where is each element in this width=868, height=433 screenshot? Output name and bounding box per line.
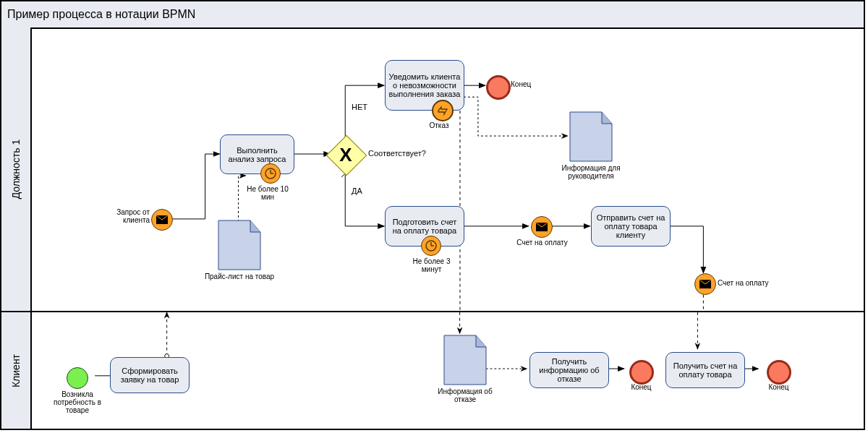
task-analyze: Выполнить анализ запроса — [220, 134, 294, 174]
pool: Должность 1 — [1, 27, 864, 429]
gateway-yes: ДA — [352, 187, 362, 195]
timer-event-1-label: Не более 10 мин — [246, 185, 289, 201]
lane-header-role1: Должность 1 — [1, 27, 32, 311]
end-event-2-label: Конец — [625, 383, 658, 391]
timer-event-2-label: Не более 3 минут — [408, 257, 455, 273]
lane-role1: Должность 1 — [1, 27, 864, 311]
message-event-request-label: Запрос от клиента — [92, 208, 150, 224]
end-event-1-label: Конец — [511, 80, 547, 88]
task-receive-refusal: Получить информацию об отказе — [529, 352, 609, 388]
clock-icon — [425, 240, 437, 252]
cancel-event — [432, 100, 454, 121]
start-event-label: Возникла потребность в товаре — [45, 390, 110, 414]
diagram-frame: Пример процесса в нотации BPMN Должность… — [0, 0, 865, 430]
cancel-icon — [437, 105, 448, 116]
message-event-request — [151, 209, 173, 231]
doc-mgr-info: Информация для руководителя — [569, 111, 613, 163]
lane-client: Клиент — [1, 311, 864, 429]
message-event-invoice-2-label: Счет на оплату — [718, 279, 783, 287]
timer-event-2 — [421, 236, 441, 256]
doc-pricelist: Прайс-лист на товар — [217, 219, 262, 271]
end-event-1 — [486, 75, 511, 100]
message-event-invoice-label: Счет на оплату — [511, 239, 573, 246]
gateway-label: Соответствует? — [368, 149, 426, 158]
end-event-2 — [629, 360, 654, 385]
task-form-request: Сформировать заявку на товар — [110, 357, 190, 393]
end-event-3 — [767, 360, 791, 385]
end-event-3-label: Конец — [762, 383, 795, 391]
gateway-matches: X — [332, 141, 359, 168]
task-notify-fail: Уведомить клиента о невозможности выполн… — [385, 60, 464, 111]
doc-refusal-info: Информация об отказе — [443, 334, 488, 386]
message-event-invoice-2 — [694, 273, 716, 295]
lane-header-client: Клиент — [1, 312, 32, 429]
canvas-role1: Запрос от клиента Выполнить анализ запро… — [30, 27, 864, 311]
gateway-no: НЕТ — [352, 103, 367, 111]
canvas-client: Возникла потребность в товаре Сформирова… — [30, 312, 864, 429]
diagram-title: Пример процесса в нотации BPMN — [1, 1, 864, 29]
message-event-invoice — [531, 216, 553, 238]
start-event — [67, 367, 88, 389]
envelope-icon — [536, 223, 548, 231]
task-send-invoice: Отправить счет на оплату товара клиенту — [591, 206, 671, 246]
task-receive-invoice: Получить счет на оплату товара — [665, 352, 745, 388]
envelope-icon — [699, 280, 711, 288]
envelope-icon — [156, 215, 168, 224]
timer-event-1 — [260, 163, 281, 184]
cancel-event-label: Отказ — [421, 121, 457, 129]
clock-icon — [265, 168, 276, 179]
